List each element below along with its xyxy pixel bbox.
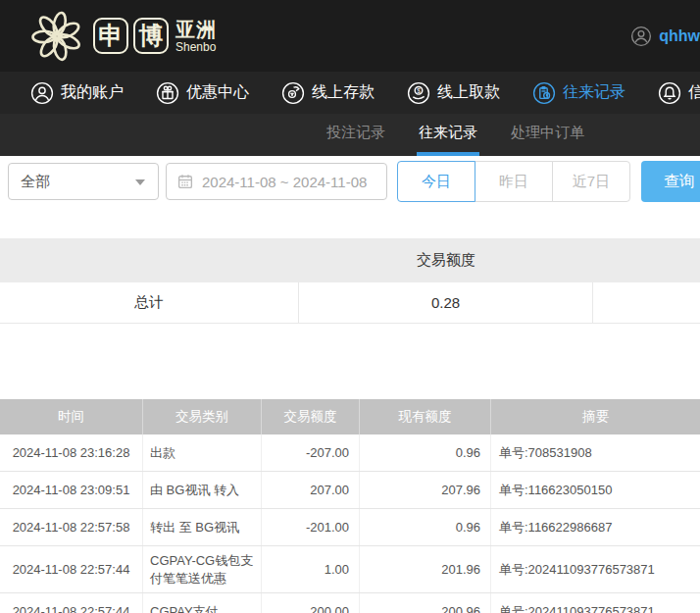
table-row: 2024-11-08 22:57:58 转出 至 BG视讯 -201.00 0.…	[0, 509, 700, 546]
summary-table: 交易额度 总计 0.28	[0, 238, 700, 324]
filter-bar: 全部 2024-11-08 ~ 2024-11-08 今日 昨日 近7日 查询	[0, 156, 700, 238]
calendar-icon	[176, 173, 194, 190]
main-nav: 我的账户 优惠中心 线上存款	[0, 72, 700, 114]
nav-item-promotions[interactable]: 优惠中心	[156, 81, 249, 105]
account-icon	[30, 81, 54, 105]
cell-type: CGPAY支付	[143, 593, 262, 613]
summary-header-row: 交易额度	[0, 238, 700, 282]
today-button[interactable]: 今日	[397, 161, 475, 202]
withdraw-icon: $	[407, 81, 430, 105]
cell-type: CGPAY-CG钱包支付笔笔送优惠	[143, 546, 262, 592]
transactions-table: 时间 交易类别 交易额度 现有额度 摘要 2024-11-08 23:16:28…	[0, 399, 700, 613]
last7days-button[interactable]: 近7日	[552, 161, 630, 202]
cell-memo: 单号:202411093776573871	[491, 546, 700, 592]
table-row: 2024-11-08 22:57:44 CGPAY支付 200.00 200.9…	[0, 593, 700, 613]
transaction-type-value: 全部	[21, 173, 50, 191]
cell-balance: 0.96	[360, 434, 491, 471]
cell-time: 2024-11-08 23:09:51	[0, 472, 143, 508]
col-header-type: 交易类别	[143, 399, 262, 434]
summary-total-value: 0.28	[299, 282, 593, 323]
nav-label: 信	[688, 82, 700, 103]
cell-balance: 200.96	[360, 593, 491, 613]
table-row: 2024-11-08 23:16:28 出款 -207.00 0.96 单号:7…	[0, 434, 700, 472]
brand-region-en: Shenbo	[175, 41, 217, 53]
nav-label: 线上存款	[312, 82, 375, 103]
cell-time: 2024-11-08 22:57:58	[0, 509, 143, 545]
user-avatar-icon	[630, 26, 652, 47]
records-tab-bar: 投注记录 往来记录 处理中订单	[0, 114, 700, 156]
cell-memo: 单号:708531908	[491, 434, 700, 471]
cell-type: 出款	[143, 434, 262, 471]
yesterday-button[interactable]: 昨日	[475, 161, 553, 202]
brand-region-cn: 亚洲	[175, 20, 217, 39]
date-range-input[interactable]: 2024-11-08 ~ 2024-11-08	[166, 163, 387, 200]
summary-amount-header: 交易额度	[299, 251, 593, 270]
brand-region: 亚洲 Shenbo	[175, 20, 217, 53]
deposit-icon	[281, 81, 305, 105]
cell-amount: -201.00	[262, 509, 360, 545]
col-header-balance: 现有额度	[360, 399, 491, 434]
nav-label: 往来记录	[563, 82, 625, 103]
col-header-amount: 交易额度	[262, 399, 360, 434]
records-icon	[532, 81, 556, 105]
cell-memo: 单号:202411093776573871	[491, 593, 700, 613]
cell-amount: -207.00	[262, 434, 360, 471]
col-header-memo: 摘要	[491, 399, 700, 434]
cell-time: 2024-11-08 22:57:44	[0, 546, 143, 592]
cell-memo: 单号:116623050150	[491, 472, 700, 508]
summary-total-row: 总计 0.28	[0, 282, 700, 324]
tab-pending-orders[interactable]: 处理中订单	[509, 114, 586, 156]
user-account-area[interactable]: qhhw	[630, 0, 700, 72]
nav-label: 我的账户	[61, 82, 124, 103]
cell-amount: 1.00	[262, 546, 360, 592]
flower-logo-icon	[29, 9, 84, 64]
cell-balance: 201.96	[360, 546, 491, 592]
cell-amount: 200.00	[262, 593, 360, 613]
summary-total-spacer	[593, 282, 700, 323]
brand-char-shen: 申	[93, 18, 128, 54]
username-text[interactable]: qhhw	[659, 27, 700, 45]
nav-label: 优惠中心	[186, 82, 249, 103]
cell-balance: 0.96	[360, 509, 491, 545]
nav-item-records[interactable]: 往来记录	[532, 81, 625, 105]
cell-balance: 207.96	[360, 472, 491, 508]
cell-type: 转出 至 BG视讯	[143, 509, 262, 545]
brand-char-bo: 博	[133, 18, 169, 54]
nav-label: 线上取款	[437, 82, 500, 103]
table-row: 2024-11-08 23:09:51 由 BG视讯 转入 207.00 207…	[0, 472, 700, 509]
cell-time: 2024-11-08 22:57:44	[0, 593, 143, 613]
quick-date-buttons: 今日 昨日 近7日	[397, 161, 630, 202]
nav-item-my-account[interactable]: 我的账户	[30, 81, 124, 105]
transaction-type-select[interactable]: 全部	[8, 163, 159, 200]
tab-betting-records[interactable]: 投注记录	[325, 114, 387, 156]
gift-icon	[156, 81, 179, 105]
tab-transaction-records[interactable]: 往来记录	[417, 114, 479, 156]
table-header-row: 时间 交易类别 交易额度 现有额度 摘要	[0, 399, 700, 434]
app-header: 申 博 亚洲 Shenbo qhhw	[0, 0, 700, 72]
chevron-down-icon	[135, 179, 145, 185]
nav-item-withdraw[interactable]: $ 线上取款	[407, 81, 500, 105]
date-range-value: 2024-11-08 ~ 2024-11-08	[202, 174, 367, 190]
table-row: 2024-11-08 22:57:44 CGPAY-CG钱包支付笔笔送优惠 1.…	[0, 546, 700, 593]
svg-text:$: $	[417, 86, 421, 93]
cell-memo: 单号:116622986687	[491, 509, 700, 545]
cell-amount: 207.00	[262, 472, 360, 508]
summary-total-label: 总计	[0, 282, 299, 323]
search-button[interactable]: 查询	[641, 161, 700, 202]
col-header-time: 时间	[0, 399, 143, 434]
bell-icon	[658, 81, 681, 105]
cell-type: 由 BG视讯 转入	[143, 472, 262, 508]
cell-time: 2024-11-08 23:16:28	[0, 434, 143, 471]
nav-item-messages[interactable]: 信	[658, 81, 700, 105]
content-spacer	[0, 324, 700, 399]
nav-item-deposit[interactable]: 线上存款	[281, 81, 375, 105]
